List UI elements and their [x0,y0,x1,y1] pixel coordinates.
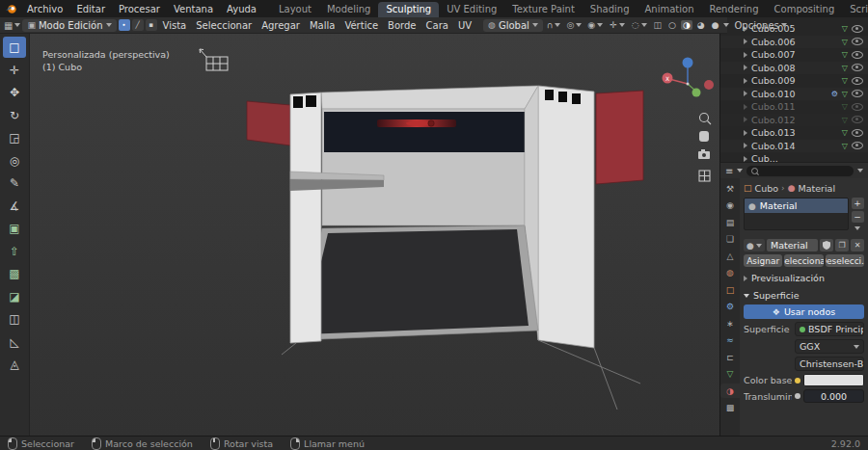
visibility-eye-icon[interactable] [852,77,863,85]
object-name[interactable]: Cubo.010 [751,89,795,99]
new-material-button[interactable]: ❐ [835,239,849,251]
workspace-tab-sculpting[interactable]: Sculpting [378,2,439,17]
tab-view-layer[interactable]: ❏ [721,232,739,247]
editor-type-caret-icon[interactable] [14,23,20,27]
tab-modifiers[interactable]: ⚙ [721,300,739,314]
shading-material-button[interactable]: ◕ [695,20,707,30]
add-cube-tool[interactable]: ▣ [3,218,26,239]
pan-hand-button[interactable] [699,131,709,142]
expand-icon[interactable] [744,65,747,70]
workspace-tab-texture-paint[interactable]: Texture Paint [504,2,583,17]
outliner-row[interactable]: Cubo.009▽ [720,74,868,88]
surface-shader-dropdown[interactable]: BSDF Principi... [795,322,864,336]
breadcrumb-object[interactable]: Cubo [755,183,779,194]
menu-vertice[interactable]: Vértice [340,19,382,32]
workspace-tab-layout[interactable]: Layout [271,2,319,17]
transform-tool[interactable]: ◎ [3,150,26,172]
tab-world[interactable]: ◍ [721,266,739,280]
browse-material-button[interactable]: ● [744,239,765,251]
workspace-tab-scripting[interactable]: Scripting [842,2,868,17]
orientation-dropdown[interactable]: ◍ Global [483,19,543,32]
properties-editor-icon[interactable]: ≡ [725,166,733,176]
camera-view-button[interactable] [698,149,710,159]
move-tool[interactable]: ✥ [3,82,26,103]
proportional-edit-toggle[interactable]: ◎ [564,20,583,30]
deselect-button[interactable]: Deselecci... [826,254,864,267]
visibility-dropdown[interactable]: ◉ [585,20,605,30]
properties-options-caret-icon[interactable] [857,169,863,172]
knife-tool[interactable]: ◺ [3,331,26,353]
remove-slot-button[interactable]: − [852,211,864,223]
viewport-3d[interactable]: X Personalizada (perspectiva) (1) Cubo [30,34,719,436]
workspace-tab-shading[interactable]: Shading [583,2,637,17]
outliner-row[interactable]: Cubo.008▽ [720,62,868,75]
breadcrumb-material[interactable]: Material [798,183,835,194]
object-name[interactable]: Cubo.007 [751,49,795,60]
visibility-eye-icon[interactable] [852,38,863,45]
menu-seleccionar[interactable]: Seleccionar [192,19,256,32]
workspace-tab-animation[interactable]: Animation [637,2,701,17]
shading-rendered-button[interactable]: ● [710,20,721,30]
object-name[interactable]: Cubo.013 [751,127,795,138]
extrude-tool[interactable]: ⇧ [3,241,26,262]
object-name[interactable]: Cubo.006 [751,37,795,47]
visibility-eye-icon[interactable] [852,90,863,97]
loop-cut-tool[interactable]: ◫ [3,308,26,330]
visibility-eye-icon[interactable] [852,142,863,149]
inset-faces-tool[interactable]: ▩ [3,263,26,284]
tab-scene[interactable]: △ [721,249,739,263]
add-slot-button[interactable]: + [852,198,864,209]
expand-icon[interactable] [744,143,747,148]
menu-ventana[interactable]: Ventana [167,3,220,15]
expand-icon[interactable] [744,117,747,122]
blender-logo-icon[interactable] [5,3,17,15]
object-name[interactable]: Cubo.014 [751,141,795,151]
zoom-button[interactable] [700,114,712,125]
object-name[interactable]: Cubo.009 [751,75,795,86]
expand-icon[interactable] [744,52,747,58]
gizmos-toggle[interactable]: ✛ [608,20,627,30]
workspace-tab-uv-editing[interactable]: UV Editing [439,2,504,17]
options-dropdown[interactable]: Opciones [732,20,788,31]
select-mode-edge[interactable]: ╱ [132,19,144,31]
menu-borde[interactable]: Borde [384,19,420,32]
scene-canvas[interactable]: X [30,34,719,436]
surface-section-header[interactable]: Superficie [744,289,864,302]
menu-archivo[interactable]: Archivo [20,3,69,15]
slot-specials-caret-icon[interactable] [854,226,860,230]
object-name[interactable]: Cub... [751,153,778,162]
poly-build-tool[interactable]: ◬ [3,354,26,375]
shading-solid-button[interactable]: ◑ [681,20,692,30]
workspace-tab-rendering[interactable]: Rendering [701,2,766,17]
expand-icon[interactable] [744,91,747,96]
outliner-row[interactable]: Cubo.013▽ [720,126,868,140]
tab-texture[interactable]: ▩ [721,401,739,415]
select-mode-vertex[interactable]: ∙ [119,19,130,31]
subsurface-method-dropdown[interactable]: Christensen-B... [795,357,864,371]
outliner-row[interactable]: Cubo.014▽ [720,140,868,153]
outliner-row[interactable]: Cubo.006▽ [720,36,868,49]
rotate-tool[interactable]: ↻ [3,105,26,126]
tab-particles[interactable]: ∗ [721,316,739,331]
unlink-material-button[interactable]: ✕ [851,239,864,251]
tab-object[interactable]: □ [721,282,739,297]
menu-vista[interactable]: Vista [159,19,191,32]
outliner-row[interactable]: Cubo.012▽ [720,114,868,127]
visibility-eye-icon[interactable] [852,129,863,137]
menu-uv[interactable]: UV [454,19,475,32]
shading-caret-icon[interactable] [723,23,729,27]
grid-view-button[interactable] [699,171,710,181]
material-name-field[interactable]: Material [767,239,818,251]
nav-gizmo-axis[interactable]: X [663,58,715,97]
fake-user-button[interactable] [820,239,833,251]
visibility-eye-icon[interactable] [852,25,863,33]
select-button[interactable]: Seleccionar [784,254,823,267]
cursor-tool[interactable]: ✛ [3,60,26,81]
workspace-tab-modeling[interactable]: Modeling [319,2,379,17]
material-slot-list[interactable]: ● Material [744,198,849,230]
tab-physics[interactable]: ≈ [721,333,739,348]
subsurface-value-field[interactable]: 0.000 [803,389,864,403]
visibility-eye-icon[interactable] [852,103,863,111]
workspace-tab-compositing[interactable]: Compositing [767,2,843,17]
base-color-swatch[interactable] [803,374,864,386]
